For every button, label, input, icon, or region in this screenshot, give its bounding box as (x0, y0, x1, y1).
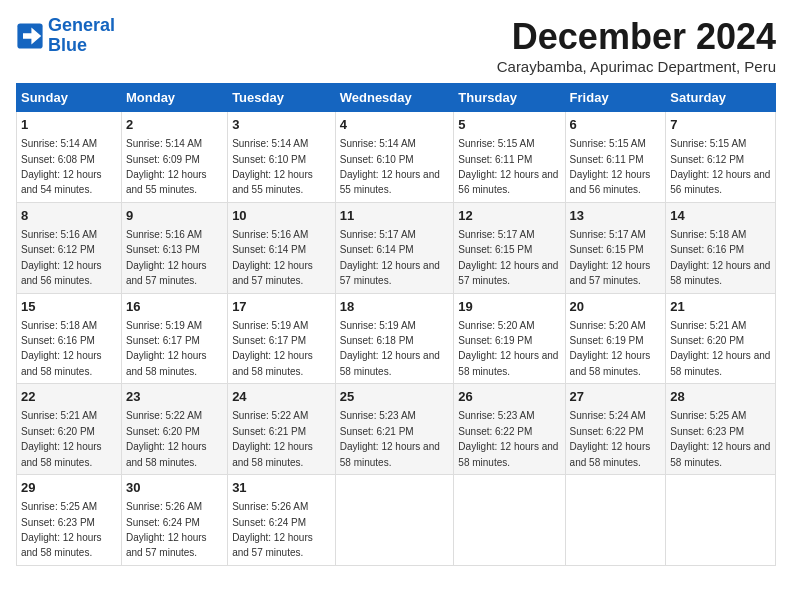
sunset-info: Sunset: 6:20 PM (126, 426, 200, 437)
sunset-info: Sunset: 6:12 PM (21, 244, 95, 255)
sunset-info: Sunset: 6:11 PM (458, 154, 532, 165)
day-number: 31 (232, 479, 331, 497)
sunrise-info: Sunrise: 5:16 AM (21, 229, 97, 240)
sunrise-info: Sunrise: 5:19 AM (340, 320, 416, 331)
day-cell-8: 8Sunrise: 5:16 AMSunset: 6:12 PMDaylight… (17, 202, 122, 293)
daylight-info: Daylight: 12 hours and 54 minutes. (21, 169, 102, 195)
sunset-info: Sunset: 6:21 PM (232, 426, 306, 437)
logo: General Blue (16, 16, 115, 56)
day-cell-25: 25Sunrise: 5:23 AMSunset: 6:21 PMDayligh… (335, 384, 454, 475)
sunset-info: Sunset: 6:11 PM (570, 154, 644, 165)
daylight-info: Daylight: 12 hours and 58 minutes. (232, 350, 313, 376)
day-cell-21: 21Sunrise: 5:21 AMSunset: 6:20 PMDayligh… (666, 293, 776, 384)
sunset-info: Sunset: 6:16 PM (670, 244, 744, 255)
day-number: 15 (21, 298, 117, 316)
day-cell-7: 7Sunrise: 5:15 AMSunset: 6:12 PMDaylight… (666, 112, 776, 203)
sunrise-info: Sunrise: 5:17 AM (340, 229, 416, 240)
header-monday: Monday (121, 84, 227, 112)
header-tuesday: Tuesday (228, 84, 336, 112)
day-cell-20: 20Sunrise: 5:20 AMSunset: 6:19 PMDayligh… (565, 293, 666, 384)
day-cell-30: 30Sunrise: 5:26 AMSunset: 6:24 PMDayligh… (121, 475, 227, 566)
day-cell-5: 5Sunrise: 5:15 AMSunset: 6:11 PMDaylight… (454, 112, 565, 203)
title-area: December 2024 Caraybamba, Apurimac Depar… (497, 16, 776, 75)
empty-cell (454, 475, 565, 566)
day-number: 29 (21, 479, 117, 497)
sunrise-info: Sunrise: 5:21 AM (21, 410, 97, 421)
sunrise-info: Sunrise: 5:15 AM (670, 138, 746, 149)
daylight-info: Daylight: 12 hours and 58 minutes. (670, 441, 770, 467)
header-row: SundayMondayTuesdayWednesdayThursdayFrid… (17, 84, 776, 112)
sunrise-info: Sunrise: 5:22 AM (232, 410, 308, 421)
daylight-info: Daylight: 12 hours and 58 minutes. (570, 441, 651, 467)
daylight-info: Daylight: 12 hours and 57 minutes. (570, 260, 651, 286)
day-number: 30 (126, 479, 223, 497)
sunrise-info: Sunrise: 5:17 AM (570, 229, 646, 240)
day-number: 5 (458, 116, 560, 134)
daylight-info: Daylight: 12 hours and 58 minutes. (21, 532, 102, 558)
day-cell-2: 2Sunrise: 5:14 AMSunset: 6:09 PMDaylight… (121, 112, 227, 203)
header-saturday: Saturday (666, 84, 776, 112)
sunrise-info: Sunrise: 5:18 AM (670, 229, 746, 240)
sunset-info: Sunset: 6:20 PM (21, 426, 95, 437)
day-number: 10 (232, 207, 331, 225)
sunrise-info: Sunrise: 5:14 AM (232, 138, 308, 149)
day-number: 2 (126, 116, 223, 134)
day-number: 11 (340, 207, 450, 225)
daylight-info: Daylight: 12 hours and 58 minutes. (340, 441, 440, 467)
sunset-info: Sunset: 6:16 PM (21, 335, 95, 346)
sunrise-info: Sunrise: 5:17 AM (458, 229, 534, 240)
daylight-info: Daylight: 12 hours and 58 minutes. (126, 350, 207, 376)
sunset-info: Sunset: 6:12 PM (670, 154, 744, 165)
daylight-info: Daylight: 12 hours and 57 minutes. (340, 260, 440, 286)
day-number: 19 (458, 298, 560, 316)
week-row-5: 29Sunrise: 5:25 AMSunset: 6:23 PMDayligh… (17, 475, 776, 566)
day-cell-1: 1Sunrise: 5:14 AMSunset: 6:08 PMDaylight… (17, 112, 122, 203)
header-friday: Friday (565, 84, 666, 112)
day-number: 16 (126, 298, 223, 316)
calendar-table: SundayMondayTuesdayWednesdayThursdayFrid… (16, 83, 776, 566)
sunrise-info: Sunrise: 5:14 AM (21, 138, 97, 149)
daylight-info: Daylight: 12 hours and 55 minutes. (232, 169, 313, 195)
day-number: 18 (340, 298, 450, 316)
sunrise-info: Sunrise: 5:18 AM (21, 320, 97, 331)
sunrise-info: Sunrise: 5:16 AM (232, 229, 308, 240)
sunset-info: Sunset: 6:22 PM (570, 426, 644, 437)
day-cell-15: 15Sunrise: 5:18 AMSunset: 6:16 PMDayligh… (17, 293, 122, 384)
sunset-info: Sunset: 6:14 PM (232, 244, 306, 255)
daylight-info: Daylight: 12 hours and 58 minutes. (21, 350, 102, 376)
day-cell-27: 27Sunrise: 5:24 AMSunset: 6:22 PMDayligh… (565, 384, 666, 475)
week-row-4: 22Sunrise: 5:21 AMSunset: 6:20 PMDayligh… (17, 384, 776, 475)
day-cell-13: 13Sunrise: 5:17 AMSunset: 6:15 PMDayligh… (565, 202, 666, 293)
day-number: 6 (570, 116, 662, 134)
sunrise-info: Sunrise: 5:14 AM (340, 138, 416, 149)
sunrise-info: Sunrise: 5:21 AM (670, 320, 746, 331)
day-cell-31: 31Sunrise: 5:26 AMSunset: 6:24 PMDayligh… (228, 475, 336, 566)
day-cell-26: 26Sunrise: 5:23 AMSunset: 6:22 PMDayligh… (454, 384, 565, 475)
day-number: 1 (21, 116, 117, 134)
daylight-info: Daylight: 12 hours and 57 minutes. (232, 532, 313, 558)
sunset-info: Sunset: 6:15 PM (458, 244, 532, 255)
day-cell-16: 16Sunrise: 5:19 AMSunset: 6:17 PMDayligh… (121, 293, 227, 384)
empty-cell (565, 475, 666, 566)
sunset-info: Sunset: 6:10 PM (232, 154, 306, 165)
daylight-info: Daylight: 12 hours and 56 minutes. (21, 260, 102, 286)
day-number: 12 (458, 207, 560, 225)
header-wednesday: Wednesday (335, 84, 454, 112)
sunset-info: Sunset: 6:19 PM (458, 335, 532, 346)
daylight-info: Daylight: 12 hours and 58 minutes. (670, 350, 770, 376)
empty-cell (335, 475, 454, 566)
empty-cell (666, 475, 776, 566)
sunset-info: Sunset: 6:21 PM (340, 426, 414, 437)
daylight-info: Daylight: 12 hours and 57 minutes. (458, 260, 558, 286)
day-number: 4 (340, 116, 450, 134)
day-cell-4: 4Sunrise: 5:14 AMSunset: 6:10 PMDaylight… (335, 112, 454, 203)
logo-icon (16, 22, 44, 50)
sunrise-info: Sunrise: 5:15 AM (570, 138, 646, 149)
sunset-info: Sunset: 6:24 PM (232, 517, 306, 528)
sunrise-info: Sunrise: 5:26 AM (232, 501, 308, 512)
day-number: 27 (570, 388, 662, 406)
day-number: 14 (670, 207, 771, 225)
sunrise-info: Sunrise: 5:19 AM (232, 320, 308, 331)
day-cell-29: 29Sunrise: 5:25 AMSunset: 6:23 PMDayligh… (17, 475, 122, 566)
sunrise-info: Sunrise: 5:19 AM (126, 320, 202, 331)
